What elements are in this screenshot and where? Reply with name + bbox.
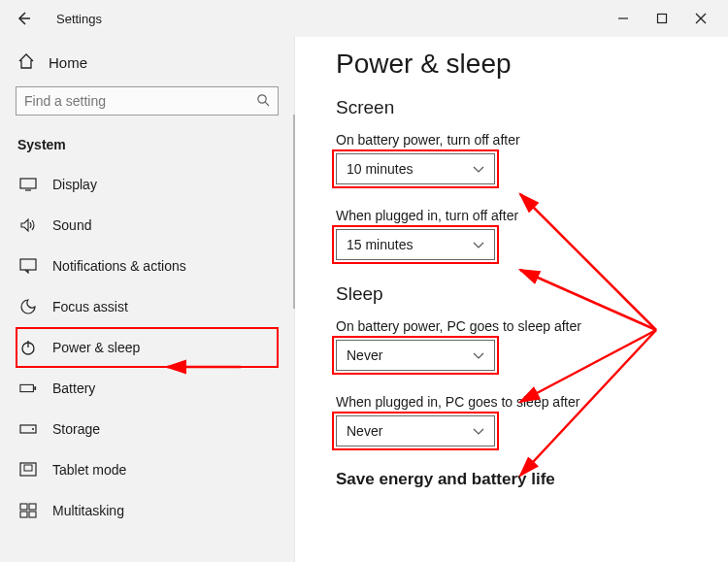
sleep-plugged-field: When plugged in, PC goes to sleep after … — [336, 394, 703, 446]
chevron-down-icon — [473, 347, 484, 363]
sleep-battery-label: On battery power, PC goes to sleep after — [336, 318, 703, 334]
svg-rect-6 — [20, 179, 36, 188]
close-icon — [695, 13, 707, 24]
sleep-battery-dropdown[interactable]: Never — [336, 340, 495, 371]
content: Power & sleep Screen On battery power, t… — [295, 37, 728, 562]
sidebar-item-sound[interactable]: Sound — [16, 205, 279, 246]
svg-rect-8 — [20, 259, 36, 270]
screen-plugged-field: When plugged in, turn off after 15 minut… — [336, 208, 703, 260]
display-icon — [19, 176, 37, 193]
sidebar-item-display[interactable]: Display — [16, 164, 279, 205]
titlebar: Settings — [0, 0, 728, 37]
battery-icon — [19, 380, 37, 397]
chevron-down-icon — [473, 161, 484, 177]
sidebar-item-battery[interactable]: Battery — [16, 368, 279, 409]
sidebar: Home System Display Sound Notifications … — [0, 37, 295, 562]
svg-rect-12 — [34, 386, 36, 390]
minimize-icon — [617, 13, 629, 24]
sidebar-item-label: Sound — [52, 217, 91, 233]
chevron-down-icon — [473, 237, 484, 252]
sidebar-item-label: Battery — [52, 380, 95, 396]
close-button[interactable] — [681, 4, 720, 33]
sidebar-item-tablet-mode[interactable]: Tablet mode — [16, 449, 279, 490]
svg-rect-11 — [20, 384, 34, 391]
page-title: Power & sleep — [336, 49, 703, 80]
focus-assist-icon — [19, 298, 37, 315]
screen-battery-dropdown[interactable]: 10 minutes — [336, 153, 495, 184]
minimize-button[interactable] — [604, 4, 643, 33]
search-input[interactable] — [24, 93, 256, 109]
arrow-left-icon — [16, 11, 31, 26]
sidebar-item-label: Power & sleep — [52, 340, 140, 355]
sidebar-item-multitasking[interactable]: Multitasking — [16, 490, 279, 531]
sidebar-nav: Display Sound Notifications & actions Fo… — [16, 164, 279, 531]
maximize-icon — [656, 13, 668, 24]
sidebar-item-storage[interactable]: Storage — [16, 409, 279, 449]
screen-plugged-label: When plugged in, turn off after — [336, 208, 703, 223]
svg-line-5 — [265, 102, 269, 106]
svg-rect-19 — [20, 512, 27, 517]
sidebar-item-label: Tablet mode — [52, 462, 126, 478]
sidebar-home-label: Home — [49, 54, 87, 71]
power-icon — [19, 339, 37, 356]
window-title: Settings — [56, 12, 102, 26]
screen-plugged-dropdown[interactable]: 15 minutes — [336, 229, 495, 260]
notifications-icon — [19, 257, 37, 275]
sidebar-item-label: Multitasking — [52, 503, 124, 518]
screen-heading: Screen — [336, 97, 703, 118]
sleep-plugged-dropdown[interactable]: Never — [336, 415, 495, 446]
back-button[interactable] — [12, 7, 35, 30]
sleep-battery-field: On battery power, PC goes to sleep after… — [336, 318, 703, 371]
sidebar-item-label: Notifications & actions — [52, 258, 186, 274]
dropdown-value: 10 minutes — [347, 161, 413, 177]
svg-point-14 — [32, 428, 34, 430]
maximize-button[interactable] — [643, 4, 681, 33]
svg-rect-16 — [24, 465, 32, 471]
svg-point-4 — [258, 94, 266, 102]
svg-rect-17 — [20, 504, 27, 510]
dropdown-value: Never — [347, 347, 382, 363]
sleep-plugged-label: When plugged in, PC goes to sleep after — [336, 394, 703, 410]
tablet-icon — [19, 461, 37, 479]
storage-icon — [19, 420, 37, 438]
sidebar-item-power-sleep[interactable]: Power & sleep — [16, 327, 279, 368]
sidebar-section-title: System — [17, 137, 279, 152]
svg-rect-18 — [29, 504, 36, 510]
home-icon — [17, 52, 35, 73]
sidebar-item-notifications[interactable]: Notifications & actions — [16, 246, 279, 286]
sidebar-home[interactable]: Home — [16, 47, 279, 86]
sleep-heading: Sleep — [336, 283, 703, 305]
sidebar-item-label: Focus assist — [52, 299, 128, 314]
svg-rect-20 — [29, 512, 36, 517]
chevron-down-icon — [473, 423, 484, 439]
save-energy-heading: Save energy and battery life — [336, 470, 703, 489]
dropdown-value: 15 minutes — [347, 237, 413, 252]
scrollbar[interactable] — [293, 115, 295, 309]
sidebar-item-label: Storage — [52, 421, 100, 437]
sidebar-item-label: Display — [52, 177, 97, 192]
svg-rect-1 — [658, 15, 667, 23]
sound-icon — [19, 216, 37, 234]
screen-battery-field: On battery power, turn off after 10 minu… — [336, 132, 703, 184]
sidebar-item-focus-assist[interactable]: Focus assist — [16, 286, 279, 327]
multitasking-icon — [19, 502, 37, 519]
search-icon — [256, 93, 270, 110]
search-box[interactable] — [16, 86, 279, 116]
screen-battery-label: On battery power, turn off after — [336, 132, 703, 148]
dropdown-value: Never — [347, 423, 382, 439]
